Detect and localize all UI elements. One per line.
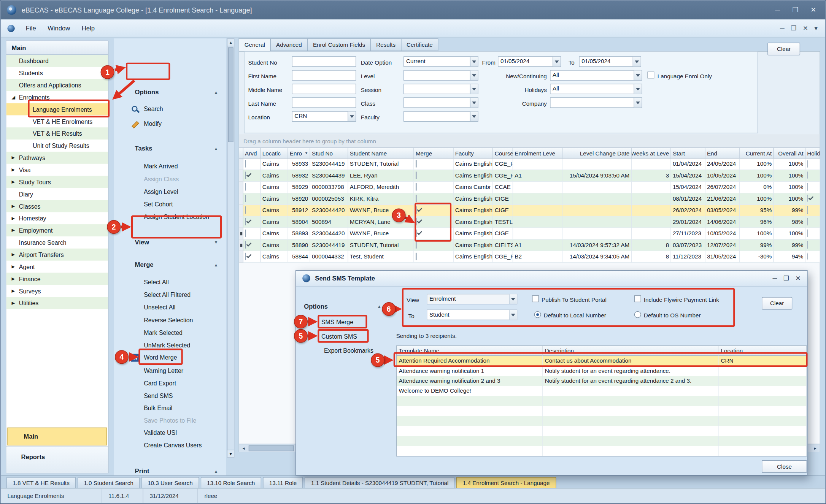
language-enrol-only-checkbox[interactable] [647, 71, 654, 78]
sidebar-item-language-enrolments[interactable]: Language Enrolments [6, 103, 108, 115]
arvd-checkbox[interactable] [245, 218, 246, 225]
sidebar-item-homestay[interactable]: ▶Homestay [6, 212, 108, 224]
column-header-course[interactable]: Course [493, 148, 513, 158]
column-header-description[interactable]: Description [543, 346, 719, 356]
to-date-select[interactable]: 01/05/2024 [579, 56, 641, 67]
scrollbar-thumb[interactable] [228, 48, 234, 142]
custom-sms-option[interactable]: Custom SMS [321, 331, 357, 342]
merge-checkbox[interactable] [416, 160, 417, 167]
tab-advanced[interactable]: Advanced [270, 38, 307, 51]
menu-window[interactable]: Window [42, 22, 76, 34]
holiday-checkbox[interactable] [807, 206, 808, 214]
holiday-checkbox[interactable] [807, 183, 808, 190]
action-select-all[interactable]: Select All [144, 277, 169, 288]
vertical-scrollbar[interactable]: ▲ ▼ [227, 38, 234, 458]
dialog-clear-button[interactable]: Clear [762, 297, 792, 309]
dropdown-arrow-icon[interactable] [634, 98, 642, 108]
dialog-close-button[interactable]: Close [762, 460, 807, 473]
table-row[interactable]: Cairns58893S230044420WAYNE, BruceCairns … [239, 228, 820, 239]
column-header-location[interactable]: Location [719, 346, 807, 356]
close-icon[interactable]: ✕ [804, 3, 822, 17]
column-header-current[interactable]: Current At [740, 148, 774, 158]
expand-icon[interactable]: ▶ [11, 167, 19, 172]
column-header-arvd[interactable]: Arvd [243, 148, 261, 158]
sidebar-item-vet-he-results[interactable]: VET & HE Results [6, 127, 108, 139]
scrollbar-thumb[interactable] [249, 445, 294, 451]
to-recipient-select[interactable]: Student [427, 309, 517, 320]
chevron-up-icon[interactable]: ▲ [212, 263, 219, 267]
table-row[interactable]: Cairns58904500894MCRYAN, LaneCairns Engl… [239, 216, 820, 228]
expand-icon[interactable]: ▶ [11, 288, 19, 293]
column-header-level_change[interactable]: Level Change Date [563, 148, 632, 158]
maximize-icon[interactable]: ❒ [786, 3, 804, 17]
sidebar-item-airport-transfers[interactable]: ▶Airport Transfers [6, 249, 108, 261]
dropdown-arrow-icon[interactable] [348, 112, 356, 121]
tab-certificate[interactable]: Certificate [401, 38, 438, 51]
publish-to-student-portal-checkbox[interactable] [532, 295, 539, 302]
expand-icon[interactable]: ▶ [11, 179, 19, 184]
first-name-input[interactable] [292, 70, 356, 81]
table-row[interactable]: Cairns58932S230044439LEE, RyanCairns Eng… [239, 170, 820, 181]
dropdown-arrow-icon[interactable] [634, 71, 642, 80]
column-header-holiday[interactable]: Holida [805, 148, 820, 158]
arvd-checkbox[interactable] [245, 183, 246, 190]
chevron-down-icon[interactable]: ▼ [212, 240, 219, 244]
column-header-name[interactable]: Student Name [348, 148, 414, 158]
action-mark-arrived[interactable]: Mark Arrived [144, 161, 178, 172]
table-row[interactable]: Cairns58912S230044420WAYNE, BruceCairns … [239, 205, 820, 216]
default-os-number-radio[interactable] [634, 311, 641, 318]
column-header-location[interactable]: Locatic [261, 148, 288, 158]
sidebar-item-employment[interactable]: ▶Employment [6, 224, 108, 236]
arvd-checkbox[interactable] [245, 253, 246, 260]
expand-icon[interactable]: ▶ [11, 155, 19, 160]
action-select-all-filtered[interactable]: Select All Filtered [144, 290, 191, 300]
doc-tab-10-3-user-search[interactable]: 10.3 User Search [141, 477, 199, 488]
export-bookmarks-option[interactable]: Export Bookmarks [324, 346, 373, 356]
action-unselect-all[interactable]: Unselect All [144, 302, 175, 313]
chevron-up-icon[interactable]: ▲ [212, 469, 219, 474]
sidebar-item-enrolments[interactable]: ◢Enrolments [6, 91, 108, 103]
expand-icon[interactable]: ▶ [11, 252, 19, 257]
action-validate-usi[interactable]: Validate USI [144, 428, 177, 438]
section-header-view[interactable]: View▼ [135, 237, 220, 247]
sidebar-item-finance[interactable]: ▶Finance [6, 273, 108, 285]
column-header-overall[interactable]: Overall At [774, 148, 805, 158]
sidebar-group-main[interactable]: Main [7, 428, 107, 445]
dropdown-arrow-icon[interactable] [470, 84, 478, 94]
template-row[interactable]: Welcome to DEMO College! [397, 386, 807, 396]
action-word-merge[interactable]: WWord Merge [131, 352, 177, 363]
column-header-merge[interactable]: Merge [414, 148, 454, 158]
sidebar-group-reports[interactable]: Reports [6, 447, 108, 473]
dropdown-arrow-icon[interactable] [509, 310, 517, 320]
sidebar-item-dashboard[interactable]: Dashboard [6, 55, 108, 67]
column-header-enrol[interactable]: Enro▼ [288, 148, 310, 158]
sidebar-item-study-tours[interactable]: ▶Study Tours [6, 176, 108, 188]
expand-icon[interactable]: ▶ [11, 276, 19, 281]
action-assign-student-location[interactable]: Assign Student Location [144, 212, 209, 222]
holiday-checkbox[interactable] [807, 218, 808, 225]
sidebar-item-unit-of-study-results[interactable]: Unit of Study Results [6, 139, 108, 152]
expand-icon[interactable]: ▶ [11, 228, 19, 233]
section-header-print[interactable]: Print▲ [135, 466, 220, 477]
session-select[interactable] [403, 84, 478, 94]
action-card-export[interactable]: Card Export [144, 378, 176, 389]
table-row[interactable]: Cairns589290000033798ALFORD, MeredithCai… [239, 182, 820, 193]
from-date-select[interactable]: 01/05/2024 [498, 56, 561, 67]
holiday-checkbox[interactable] [807, 172, 808, 179]
mdi-close-icon[interactable]: ✕ [803, 24, 808, 32]
holiday-checkbox[interactable] [807, 195, 808, 202]
mdi-restore-icon[interactable]: ❒ [791, 24, 796, 32]
sidebar-item-diary[interactable]: Diary [6, 188, 108, 200]
sms-merge-option[interactable]: SMS Merge [321, 317, 353, 328]
new-continuing-select[interactable]: All [550, 70, 642, 81]
table-row[interactable]: Cairns589200000025053KIRK, KitraCairns E… [239, 193, 820, 204]
column-header-start[interactable]: Start [671, 148, 705, 158]
menu-help[interactable]: Help [76, 22, 101, 34]
dropdown-arrow-icon[interactable] [470, 98, 478, 108]
dropdown-arrow-icon[interactable] [553, 57, 561, 67]
scroll-down-icon[interactable]: ▼ [227, 450, 234, 457]
doc-tab-13-11-role[interactable]: 13.11 Role [263, 477, 303, 488]
table-row[interactable]: Cairns58890S230044419STUDENT, TutorialCa… [239, 239, 820, 251]
action-warning-letter[interactable]: Warning Letter [144, 365, 183, 376]
column-header-template-name[interactable]: Template Name [397, 346, 543, 356]
